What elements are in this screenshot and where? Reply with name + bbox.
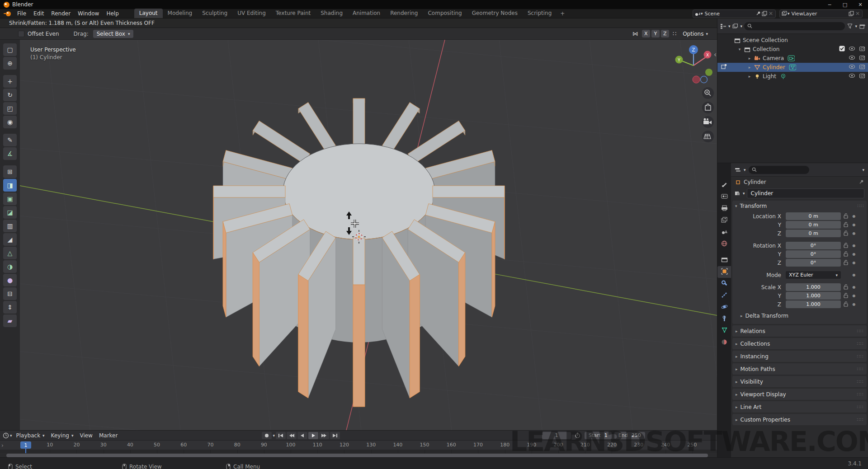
properties-tab-output[interactable]	[717, 203, 731, 215]
viewlayer-selector[interactable]: ▾ ViewLayer ✕	[779, 9, 863, 18]
animate-dot-icon[interactable]: ●	[851, 223, 857, 227]
panel-viewport-display[interactable]: ▸Viewport Display∷∷	[732, 389, 867, 400]
tool-shrink-fatten[interactable]: ⇕	[3, 301, 17, 314]
play-reverse-button[interactable]	[297, 432, 307, 439]
tool-shear[interactable]: ▰	[3, 314, 17, 327]
hide-viewport-eye-icon[interactable]	[849, 46, 855, 52]
menu-window[interactable]: Window	[74, 9, 103, 19]
pin-icon[interactable]	[858, 179, 864, 185]
hide-viewport-eye-icon[interactable]	[849, 64, 855, 70]
filter-display-icon[interactable]	[732, 23, 739, 29]
panel-motion-paths[interactable]: ▸Motion Paths∷∷	[732, 363, 867, 375]
tab-geometry-nodes[interactable]: Geometry Nodes	[467, 9, 523, 18]
3d-scene[interactable]: ZXY‹	[20, 40, 717, 430]
y-field[interactable]: 1.000	[786, 292, 841, 300]
outliner-row-camera[interactable]: ▸Camera	[717, 54, 868, 63]
blender-menu-icon[interactable]	[4, 11, 11, 16]
tool-extrude-region[interactable]: ◨	[3, 179, 17, 192]
maximize-button[interactable]: □	[837, 0, 853, 9]
remove-viewlayer-icon[interactable]: ✕	[854, 10, 861, 17]
tab-compositing[interactable]: Compositing	[423, 9, 467, 18]
timeline-track[interactable]	[0, 450, 717, 453]
lock-icon[interactable]	[841, 301, 851, 308]
properties-tab-object[interactable]	[717, 266, 731, 278]
properties-tab-physics[interactable]	[717, 301, 731, 313]
tab-scripting[interactable]: Scripting	[523, 9, 557, 18]
disclosure-right-icon[interactable]: ▸	[747, 56, 752, 61]
animate-dot-icon[interactable]: ●	[851, 285, 857, 289]
animate-dot-icon[interactable]: ●	[851, 214, 857, 218]
disable-render-camera-icon[interactable]	[859, 73, 865, 80]
panel-grip-icon[interactable]: ∷∷	[857, 203, 864, 208]
viewport-3d[interactable]: ZXY‹ User Perspective (1) Cylinder	[20, 40, 717, 430]
animate-dot-icon[interactable]: ●	[851, 302, 857, 306]
y-field[interactable]: 0 m	[786, 221, 841, 229]
z-field[interactable]: 0°	[786, 259, 841, 267]
current-frame-field[interactable]: 1	[542, 432, 571, 439]
tool-annotate[interactable]: ✎	[3, 134, 17, 146]
animate-dot-icon[interactable]: ●	[851, 252, 857, 256]
playhead[interactable]	[25, 449, 26, 453]
tab-modeling[interactable]: Modeling	[163, 9, 198, 18]
timeline-expander-icon[interactable]: ›	[1, 442, 4, 449]
panel-instancing[interactable]: ▸Instancing∷∷	[732, 351, 867, 362]
scene-selector[interactable]: ▾ Scene ✕	[693, 9, 776, 18]
y-field[interactable]: 0°	[786, 250, 841, 258]
filter-funnel-icon[interactable]	[847, 23, 853, 29]
properties-tab-object-data[interactable]	[717, 325, 731, 337]
tool-select-box[interactable]: ▢	[3, 43, 17, 56]
timeline-menu-view[interactable]: View	[76, 432, 95, 439]
animate-dot-icon[interactable]: ●	[851, 261, 857, 265]
scale-x-field[interactable]: 1.000	[786, 283, 841, 291]
outliner-row-scene-collection[interactable]: Scene Collection	[717, 36, 868, 45]
pan-hand-button[interactable]	[702, 102, 714, 113]
outliner-search-input[interactable]	[744, 22, 845, 30]
tab-texture-paint[interactable]: Texture Paint	[271, 9, 316, 18]
animate-dot-icon[interactable]: ●	[851, 231, 857, 235]
mirror-axis-x[interactable]: X	[642, 30, 650, 38]
tool-cursor[interactable]: ⊕	[3, 57, 17, 70]
lock-icon[interactable]	[841, 260, 851, 266]
panel-grip-icon[interactable]: ∷∷	[857, 392, 863, 397]
rotation-x-field[interactable]: 0°	[786, 242, 841, 249]
lock-icon[interactable]	[841, 293, 851, 299]
properties-tab-modifiers[interactable]	[717, 278, 731, 290]
offset-even-checkbox[interactable]	[18, 31, 24, 37]
stopwatch-icon[interactable]	[575, 432, 581, 439]
tab-animation[interactable]: Animation	[348, 9, 385, 18]
tool-transform[interactable]: ◉	[3, 116, 17, 128]
new-collection-icon[interactable]	[859, 23, 865, 29]
properties-search-input[interactable]	[749, 166, 809, 174]
editor-type-icon[interactable]	[3, 432, 9, 439]
timeline-scrollbar[interactable]	[6, 454, 708, 457]
animate-dot-icon[interactable]: ●	[851, 294, 857, 298]
panel-grip-icon[interactable]: ∷∷	[857, 341, 863, 346]
tool-smooth[interactable]: ●	[3, 274, 17, 286]
tab-uv-editing[interactable]: UV Editing	[232, 9, 271, 18]
lock-icon[interactable]	[841, 222, 851, 228]
tab-sculpting[interactable]: Sculpting	[197, 9, 232, 18]
play-button[interactable]	[308, 432, 318, 439]
tool-edge-slide[interactable]: ⊟	[3, 287, 17, 300]
panel-grip-icon[interactable]: ∷∷	[857, 366, 863, 371]
proportional-edit-icon[interactable]: ∷	[671, 30, 678, 37]
outliner-row-cylinder[interactable]: ▸Cylinder	[717, 63, 868, 72]
animate-dot-icon[interactable]: ●	[851, 244, 857, 248]
properties-tab-render[interactable]	[717, 191, 731, 203]
panel-grip-icon[interactable]: ∷∷	[857, 417, 863, 422]
properties-tab-world[interactable]	[717, 238, 731, 250]
tool-inset-faces[interactable]: ▣	[3, 192, 17, 205]
animate-dot-icon[interactable]: ●	[851, 273, 857, 277]
sidebar-collapse-icon[interactable]: ‹	[714, 51, 717, 59]
new-viewlayer-icon[interactable]	[848, 10, 854, 17]
properties-tab-constraints[interactable]	[717, 313, 731, 325]
z-field[interactable]: 0 m	[786, 230, 841, 237]
pin-icon[interactable]	[755, 10, 761, 17]
timeline-menu-playback[interactable]: Playback▾	[13, 432, 48, 439]
next-keyframe-button[interactable]	[319, 432, 329, 439]
tab-layout[interactable]: Layout	[134, 9, 163, 18]
frame-start-field[interactable]: Start 1	[585, 432, 612, 439]
properties-tab-particles[interactable]	[717, 290, 731, 301]
tab-shading[interactable]: Shading	[316, 9, 348, 18]
tool-bevel[interactable]: ◪	[3, 206, 17, 219]
